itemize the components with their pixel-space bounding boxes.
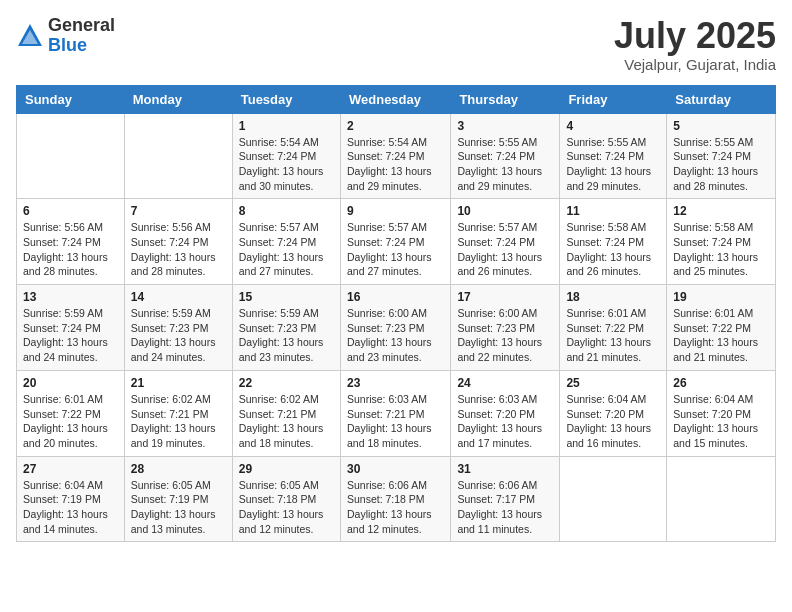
day-detail: Sunrise: 6:00 AMSunset: 7:23 PMDaylight:… — [347, 306, 444, 365]
calendar-cell: 2Sunrise: 5:54 AMSunset: 7:24 PMDaylight… — [340, 113, 450, 199]
calendar-cell: 23Sunrise: 6:03 AMSunset: 7:21 PMDayligh… — [340, 370, 450, 456]
day-detail: Sunrise: 5:56 AMSunset: 7:24 PMDaylight:… — [131, 220, 226, 279]
header-tuesday: Tuesday — [232, 85, 340, 113]
day-number: 10 — [457, 204, 553, 218]
calendar-cell: 10Sunrise: 5:57 AMSunset: 7:24 PMDayligh… — [451, 199, 560, 285]
page-header: General Blue July 2025 Vejalpur, Gujarat… — [16, 16, 776, 73]
calendar-cell: 25Sunrise: 6:04 AMSunset: 7:20 PMDayligh… — [560, 370, 667, 456]
calendar-week-row: 20Sunrise: 6:01 AMSunset: 7:22 PMDayligh… — [17, 370, 776, 456]
calendar-cell: 28Sunrise: 6:05 AMSunset: 7:19 PMDayligh… — [124, 456, 232, 542]
day-number: 29 — [239, 462, 334, 476]
day-number: 30 — [347, 462, 444, 476]
day-detail: Sunrise: 6:05 AMSunset: 7:19 PMDaylight:… — [131, 478, 226, 537]
calendar-cell — [17, 113, 125, 199]
day-detail: Sunrise: 6:00 AMSunset: 7:23 PMDaylight:… — [457, 306, 553, 365]
day-number: 8 — [239, 204, 334, 218]
day-detail: Sunrise: 6:04 AMSunset: 7:19 PMDaylight:… — [23, 478, 118, 537]
day-number: 27 — [23, 462, 118, 476]
day-detail: Sunrise: 6:02 AMSunset: 7:21 PMDaylight:… — [239, 392, 334, 451]
day-number: 1 — [239, 119, 334, 133]
calendar-cell: 8Sunrise: 5:57 AMSunset: 7:24 PMDaylight… — [232, 199, 340, 285]
month-title: July 2025 — [614, 16, 776, 56]
day-number: 13 — [23, 290, 118, 304]
calendar-cell: 29Sunrise: 6:05 AMSunset: 7:18 PMDayligh… — [232, 456, 340, 542]
logo-text: General Blue — [48, 16, 115, 56]
day-number: 24 — [457, 376, 553, 390]
calendar-cell: 31Sunrise: 6:06 AMSunset: 7:17 PMDayligh… — [451, 456, 560, 542]
calendar-cell: 9Sunrise: 5:57 AMSunset: 7:24 PMDaylight… — [340, 199, 450, 285]
day-number: 3 — [457, 119, 553, 133]
day-number: 19 — [673, 290, 769, 304]
calendar-cell: 18Sunrise: 6:01 AMSunset: 7:22 PMDayligh… — [560, 285, 667, 371]
day-detail: Sunrise: 5:54 AMSunset: 7:24 PMDaylight:… — [239, 135, 334, 194]
day-detail: Sunrise: 5:55 AMSunset: 7:24 PMDaylight:… — [673, 135, 769, 194]
day-number: 25 — [566, 376, 660, 390]
title-block: July 2025 Vejalpur, Gujarat, India — [614, 16, 776, 73]
day-number: 2 — [347, 119, 444, 133]
day-number: 4 — [566, 119, 660, 133]
day-number: 22 — [239, 376, 334, 390]
day-number: 14 — [131, 290, 226, 304]
calendar-body: 1Sunrise: 5:54 AMSunset: 7:24 PMDaylight… — [17, 113, 776, 542]
logo-icon — [16, 22, 44, 50]
calendar-header: Sunday Monday Tuesday Wednesday Thursday… — [17, 85, 776, 113]
day-detail: Sunrise: 6:01 AMSunset: 7:22 PMDaylight:… — [673, 306, 769, 365]
header-monday: Monday — [124, 85, 232, 113]
day-detail: Sunrise: 6:01 AMSunset: 7:22 PMDaylight:… — [23, 392, 118, 451]
header-friday: Friday — [560, 85, 667, 113]
calendar-cell: 5Sunrise: 5:55 AMSunset: 7:24 PMDaylight… — [667, 113, 776, 199]
calendar-cell: 26Sunrise: 6:04 AMSunset: 7:20 PMDayligh… — [667, 370, 776, 456]
day-number: 20 — [23, 376, 118, 390]
calendar-cell: 3Sunrise: 5:55 AMSunset: 7:24 PMDaylight… — [451, 113, 560, 199]
header-row: Sunday Monday Tuesday Wednesday Thursday… — [17, 85, 776, 113]
day-number: 26 — [673, 376, 769, 390]
calendar-cell: 12Sunrise: 5:58 AMSunset: 7:24 PMDayligh… — [667, 199, 776, 285]
day-detail: Sunrise: 5:57 AMSunset: 7:24 PMDaylight:… — [347, 220, 444, 279]
calendar-cell: 24Sunrise: 6:03 AMSunset: 7:20 PMDayligh… — [451, 370, 560, 456]
day-detail: Sunrise: 5:59 AMSunset: 7:24 PMDaylight:… — [23, 306, 118, 365]
calendar-cell: 15Sunrise: 5:59 AMSunset: 7:23 PMDayligh… — [232, 285, 340, 371]
calendar-cell: 19Sunrise: 6:01 AMSunset: 7:22 PMDayligh… — [667, 285, 776, 371]
calendar-cell: 11Sunrise: 5:58 AMSunset: 7:24 PMDayligh… — [560, 199, 667, 285]
calendar-cell: 1Sunrise: 5:54 AMSunset: 7:24 PMDaylight… — [232, 113, 340, 199]
header-thursday: Thursday — [451, 85, 560, 113]
day-number: 28 — [131, 462, 226, 476]
day-detail: Sunrise: 6:04 AMSunset: 7:20 PMDaylight:… — [673, 392, 769, 451]
calendar-cell: 30Sunrise: 6:06 AMSunset: 7:18 PMDayligh… — [340, 456, 450, 542]
calendar-cell: 4Sunrise: 5:55 AMSunset: 7:24 PMDaylight… — [560, 113, 667, 199]
calendar-cell: 7Sunrise: 5:56 AMSunset: 7:24 PMDaylight… — [124, 199, 232, 285]
calendar-table: Sunday Monday Tuesday Wednesday Thursday… — [16, 85, 776, 543]
logo: General Blue — [16, 16, 115, 56]
day-detail: Sunrise: 5:54 AMSunset: 7:24 PMDaylight:… — [347, 135, 444, 194]
day-number: 6 — [23, 204, 118, 218]
day-number: 7 — [131, 204, 226, 218]
day-detail: Sunrise: 5:58 AMSunset: 7:24 PMDaylight:… — [566, 220, 660, 279]
logo-blue: Blue — [48, 36, 115, 56]
day-number: 12 — [673, 204, 769, 218]
day-detail: Sunrise: 6:02 AMSunset: 7:21 PMDaylight:… — [131, 392, 226, 451]
calendar-cell: 22Sunrise: 6:02 AMSunset: 7:21 PMDayligh… — [232, 370, 340, 456]
day-number: 15 — [239, 290, 334, 304]
calendar-week-row: 1Sunrise: 5:54 AMSunset: 7:24 PMDaylight… — [17, 113, 776, 199]
logo-general: General — [48, 16, 115, 36]
location: Vejalpur, Gujarat, India — [614, 56, 776, 73]
day-detail: Sunrise: 5:55 AMSunset: 7:24 PMDaylight:… — [457, 135, 553, 194]
calendar-week-row: 27Sunrise: 6:04 AMSunset: 7:19 PMDayligh… — [17, 456, 776, 542]
calendar-cell — [667, 456, 776, 542]
day-number: 23 — [347, 376, 444, 390]
day-number: 17 — [457, 290, 553, 304]
calendar-cell: 14Sunrise: 5:59 AMSunset: 7:23 PMDayligh… — [124, 285, 232, 371]
day-detail: Sunrise: 6:05 AMSunset: 7:18 PMDaylight:… — [239, 478, 334, 537]
day-detail: Sunrise: 6:06 AMSunset: 7:18 PMDaylight:… — [347, 478, 444, 537]
day-detail: Sunrise: 5:59 AMSunset: 7:23 PMDaylight:… — [239, 306, 334, 365]
day-detail: Sunrise: 5:56 AMSunset: 7:24 PMDaylight:… — [23, 220, 118, 279]
day-detail: Sunrise: 5:57 AMSunset: 7:24 PMDaylight:… — [239, 220, 334, 279]
day-number: 16 — [347, 290, 444, 304]
day-number: 9 — [347, 204, 444, 218]
calendar-cell: 16Sunrise: 6:00 AMSunset: 7:23 PMDayligh… — [340, 285, 450, 371]
calendar-cell: 20Sunrise: 6:01 AMSunset: 7:22 PMDayligh… — [17, 370, 125, 456]
day-detail: Sunrise: 6:01 AMSunset: 7:22 PMDaylight:… — [566, 306, 660, 365]
day-number: 5 — [673, 119, 769, 133]
header-saturday: Saturday — [667, 85, 776, 113]
day-number: 18 — [566, 290, 660, 304]
